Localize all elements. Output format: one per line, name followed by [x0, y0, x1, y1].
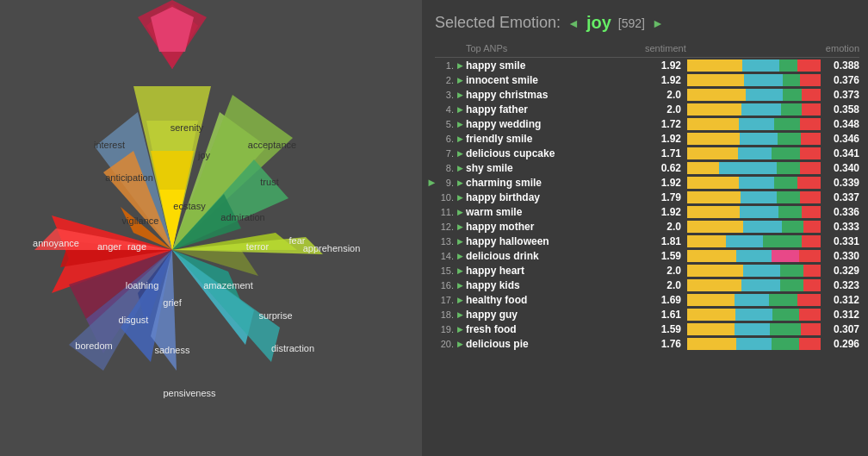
row-expand-arrow[interactable]: ▶ [454, 296, 466, 304]
bar-segment [687, 279, 741, 291]
row-emotion: 0.340 [823, 162, 859, 174]
admiration-label: admiration [220, 212, 264, 222]
bar-segment [687, 177, 739, 189]
row-expand-arrow[interactable]: ▶ [454, 340, 466, 348]
table-row[interactable]: 5. ▶ happy wedding 1.72 0.348 [435, 116, 859, 131]
bar-segment [781, 103, 802, 116]
bar-segment [782, 221, 803, 233]
bar-segment [772, 309, 799, 321]
row-emotion: 0.358 [823, 103, 859, 116]
row-bar [687, 59, 821, 72]
row-expand-arrow[interactable]: ▶ [454, 281, 466, 290]
row-bar [687, 338, 821, 350]
bar-segment [772, 147, 800, 159]
row-expand-arrow[interactable]: ▶ [454, 134, 466, 143]
distraction-label: distraction [271, 343, 314, 353]
bar-segment [797, 294, 821, 306]
table-row[interactable]: 1. ▶ happy smile 1.92 0.388 [435, 58, 859, 72]
bar-segment [743, 221, 782, 233]
row-expand-arrow[interactable]: ▶ [454, 325, 466, 334]
table-row[interactable]: 12. ▶ happy mother 2.0 0.333 [435, 219, 859, 234]
rows-container: 1. ▶ happy smile 1.92 0.388 2. ▶ innocen… [435, 58, 859, 351]
table-row[interactable]: 18. ▶ happy guy 1.61 0.312 [435, 307, 859, 322]
table-row[interactable]: 6. ▶ friendly smile 1.92 0.346 [435, 131, 859, 146]
table-row[interactable]: 13. ▶ happy halloween 1.81 0.331 [435, 234, 859, 248]
selected-label: Selected Emotion: [435, 14, 561, 32]
trust-label: trust [260, 177, 278, 187]
table-row[interactable]: 4. ▶ happy father 2.0 0.358 [435, 102, 859, 116]
acceptance-label: acceptance [248, 140, 296, 150]
bar-segment [687, 265, 743, 277]
bar-segment [739, 118, 774, 130]
table-row[interactable]: 8. ▶ shy smile 0.62 0.340 [435, 160, 859, 175]
row-expand-arrow[interactable]: ▶ [454, 149, 466, 158]
row-expand-arrow[interactable]: ▶ [454, 105, 466, 114]
bar-segment [803, 221, 821, 233]
row-expand-arrow[interactable]: ▶ [454, 266, 466, 275]
table-row[interactable]: 2. ▶ innocent smile 1.92 0.376 [435, 72, 859, 87]
table-header: Top ANPs sentiment emotion [435, 41, 859, 58]
table-row[interactable]: 7. ▶ delicious cupcake 1.71 0.341 [435, 146, 859, 160]
row-name: delicious cupcake [466, 147, 648, 159]
table-row[interactable]: 20. ▶ delicious pie 1.76 0.296 [435, 336, 859, 351]
serenity-label: serenity [170, 122, 204, 133]
next-emotion-button[interactable]: ► [652, 16, 664, 30]
row-rank: 9. [435, 178, 454, 188]
bar-segment [735, 323, 770, 335]
prev-emotion-button[interactable]: ◄ [567, 16, 580, 30]
row-bar [687, 323, 821, 335]
row-expand-arrow[interactable]: ▶ [454, 208, 466, 216]
row-expand-arrow[interactable]: ▶ [454, 120, 466, 128]
bar-segment [803, 265, 821, 277]
row-expand-arrow[interactable]: ▶ [454, 61, 466, 70]
table-row[interactable]: 3. ▶ happy christmas 2.0 0.373 [435, 87, 859, 102]
bar-segment [772, 338, 799, 350]
bar-segment [797, 177, 821, 189]
interest-label: interest [94, 140, 125, 150]
row-expand-arrow[interactable]: ▶ [454, 91, 466, 99]
bar-segment [687, 235, 726, 247]
table-row[interactable]: 16. ▶ happy kids 2.0 0.323 [435, 278, 859, 292]
table-row[interactable]: 17. ▶ healthy food 1.69 0.312 [435, 292, 859, 307]
table-row[interactable]: 11. ▶ warm smile 1.92 0.336 [435, 204, 859, 219]
emotion-wheel-panel: serenity joy acceptance interest anticip… [0, 0, 422, 456]
row-bar [687, 265, 821, 277]
row-name: delicious drink [466, 250, 648, 262]
row-sentiment: 1.59 [648, 250, 685, 262]
row-name: charming smile [466, 177, 648, 189]
row-expand-arrow[interactable]: ▶ [454, 76, 466, 84]
table-row[interactable]: 10. ▶ happy birthday 1.79 0.337 [435, 190, 859, 204]
row-expand-arrow[interactable]: ▶ [454, 252, 466, 260]
bar-segment [802, 89, 821, 101]
row-rank: 2. [435, 75, 454, 85]
row-sentiment: 1.76 [648, 338, 685, 350]
amazement-label: amazement [203, 280, 252, 290]
row-expand-arrow[interactable]: ▶ [454, 164, 466, 172]
bar-segment [741, 279, 780, 291]
table-row[interactable]: 19. ▶ fresh food 1.59 0.307 [435, 322, 859, 336]
row-expand-arrow[interactable]: ▶ [454, 193, 466, 202]
row-expand-arrow[interactable]: ▶ [454, 237, 466, 246]
row-bar [687, 191, 821, 203]
bar-segment [741, 191, 777, 203]
bar-segment [801, 323, 821, 335]
table-row[interactable]: ► 9. ▶ charming smile 1.92 0.339 [435, 175, 859, 190]
bar-segment [743, 265, 780, 277]
header-rank [435, 43, 454, 53]
row-sentiment: 1.81 [648, 235, 685, 247]
bar-segment [687, 294, 735, 306]
loathing-label: loathing [126, 280, 159, 290]
row-rank: 7. [435, 148, 454, 159]
row-bar [687, 309, 821, 321]
row-expand-arrow[interactable]: ▶ [454, 310, 466, 319]
table-row[interactable]: 14. ▶ delicious drink 1.59 0.330 [435, 248, 859, 263]
row-name: happy christmas [466, 89, 648, 101]
row-expand-arrow[interactable]: ▶ [454, 222, 466, 231]
row-expand-arrow[interactable]: ▶ [454, 178, 466, 187]
row-emotion: 0.373 [823, 89, 859, 101]
anger-label: anger [97, 241, 121, 252]
ecstasy-label: ecstasy [173, 201, 206, 211]
table-row[interactable]: 15. ▶ happy heart 2.0 0.329 [435, 263, 859, 278]
bar-segment [803, 279, 821, 291]
bar-segment [741, 103, 781, 116]
